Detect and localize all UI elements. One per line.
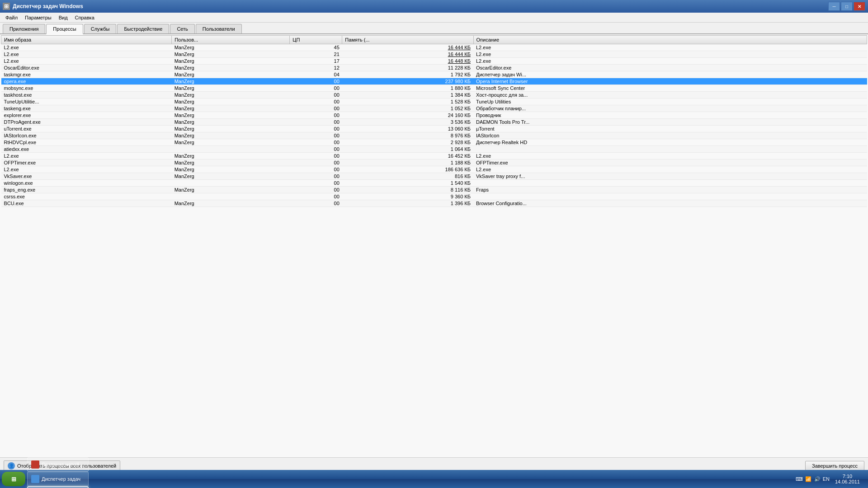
- cell-cpu: 00: [290, 166, 342, 173]
- taskbar-btn-icon-1: [31, 475, 39, 483]
- cell-user: [172, 180, 290, 187]
- cell-memory: 24 160 КБ: [342, 112, 473, 119]
- tab-службы[interactable]: Службы: [84, 24, 117, 33]
- table-row[interactable]: taskmgr.exeManZerg041 792 КБДиспетчер за…: [1, 71, 867, 78]
- col-header-memory[interactable]: Память (...: [342, 36, 473, 44]
- col-header-desc[interactable]: Описание: [473, 36, 867, 44]
- table-row[interactable]: L2.exeManZerg2116 444 КБL2.exe: [1, 51, 867, 58]
- cell-desc: OFPTimer.exe: [473, 160, 867, 166]
- cell-cpu: 00: [290, 85, 342, 92]
- cell-memory: 186 636 КБ: [342, 166, 473, 173]
- table-row[interactable]: winlogon.exe001 540 КБ: [1, 180, 867, 187]
- cell-desc: IAStorIcon: [473, 132, 867, 139]
- main-content: Имя образа Пользов... ЦП Память (... Опи…: [0, 34, 868, 457]
- taskbar-clock: 7:10 14.06.2011: [835, 474, 860, 484]
- table-row[interactable]: RtHDVCpl.exeManZerg002 928 КБДиспетчер R…: [1, 139, 867, 146]
- table-row[interactable]: csrss.exe009 360 КБ: [1, 193, 867, 200]
- table-row[interactable]: taskeng.exeManZerg001 052 КБОбработчик п…: [1, 105, 867, 112]
- cell-memory: 1 384 КБ: [342, 92, 473, 99]
- cell-name: L2.exe: [1, 51, 172, 58]
- cell-user: ManZerg: [172, 187, 290, 193]
- cell-cpu: 21: [290, 51, 342, 58]
- cell-desc: Диспетчер Realtek HD: [473, 139, 867, 146]
- table-row[interactable]: OscarEditor.exeManZerg1211 228 КБOscarEd…: [1, 65, 867, 71]
- cell-name: taskeng.exe: [1, 105, 172, 112]
- table-row[interactable]: L2.exeManZerg4516 444 КБL2.exe: [1, 44, 867, 51]
- cell-cpu: 00: [290, 105, 342, 112]
- table-row[interactable]: OFPTimer.exeManZerg001 188 КБOFPTimer.ex…: [1, 160, 867, 166]
- menu-item-параметры[interactable]: Параметры: [21, 14, 55, 21]
- cell-name: winlogon.exe: [1, 180, 172, 187]
- tab-bar: ПриложенияПроцессыСлужбыБыстродействиеСе…: [0, 23, 868, 34]
- col-header-name[interactable]: Имя образа: [1, 36, 172, 44]
- cell-cpu: 00: [290, 132, 342, 139]
- taskbar-button-0[interactable]: Создание новой ...: [27, 457, 89, 472]
- cell-user: ManZerg: [172, 112, 290, 119]
- table-row[interactable]: L2.exeManZerg00186 636 КБL2.exe: [1, 166, 867, 173]
- col-header-cpu[interactable]: ЦП: [290, 36, 342, 44]
- cell-desc: Проводник: [473, 112, 867, 119]
- tab-быстродействие[interactable]: Быстродействие: [117, 24, 169, 33]
- minimize-button[interactable]: ─: [828, 2, 840, 11]
- cell-user: ManZerg: [172, 99, 290, 105]
- cell-name: IAStorIcon.exe: [1, 132, 172, 139]
- cell-user: ManZerg: [172, 51, 290, 58]
- cell-desc: Fraps: [473, 187, 867, 193]
- table-row[interactable]: IAStorIcon.exeManZerg008 976 КБIAStorIco…: [1, 132, 867, 139]
- cell-name: L2.exe: [1, 153, 172, 160]
- tab-процессы[interactable]: Процессы: [46, 24, 83, 34]
- cell-user: ManZerg: [172, 139, 290, 146]
- table-row[interactable]: DTProAgent.exeManZerg003 536 КБDAEMON To…: [1, 119, 867, 126]
- table-row[interactable]: TuneUpUtilitie...ManZerg001 528 КБTuneUp…: [1, 99, 867, 105]
- close-button[interactable]: ✕: [854, 2, 865, 11]
- cell-memory: 1 188 КБ: [342, 160, 473, 166]
- cell-name: TuneUpUtilitie...: [1, 99, 172, 105]
- process-table-body: L2.exeManZerg4516 444 КБL2.exeL2.exeManZ…: [1, 44, 867, 207]
- cell-memory: 8 116 КБ: [342, 187, 473, 193]
- menu-item-справка[interactable]: Справка: [71, 14, 98, 21]
- cell-memory: 1 528 КБ: [342, 99, 473, 105]
- cell-cpu: 00: [290, 200, 342, 207]
- cell-cpu: 45: [290, 44, 342, 51]
- cell-memory: 3 536 КБ: [342, 119, 473, 126]
- start-button[interactable]: ⊞: [2, 472, 25, 486]
- table-row[interactable]: L2.exeManZerg1716 448 КБL2.exe: [1, 58, 867, 65]
- cell-name: VkSaver.exe: [1, 173, 172, 180]
- cell-cpu: 00: [290, 146, 342, 153]
- end-process-button[interactable]: Завершить процесс: [805, 461, 864, 471]
- col-header-user[interactable]: Пользов...: [172, 36, 290, 44]
- tab-сеть[interactable]: Сеть: [170, 24, 194, 33]
- cell-user: ManZerg: [172, 71, 290, 78]
- tab-пользователи[interactable]: Пользователи: [196, 24, 242, 33]
- cell-user: ManZerg: [172, 85, 290, 92]
- table-row[interactable]: VkSaver.exeManZerg00816 КБVkSaver tray p…: [1, 173, 867, 180]
- cell-name: csrss.exe: [1, 193, 172, 200]
- cell-desc: Opera Internet Browser: [473, 78, 867, 85]
- table-row[interactable]: mobsync.exeManZerg001 880 КБMicrosoft Sy…: [1, 85, 867, 92]
- cell-name: L2.exe: [1, 58, 172, 65]
- table-row[interactable]: fraps_eng.exeManZerg008 116 КБFraps: [1, 187, 867, 193]
- cell-memory: 237 980 КБ: [342, 78, 473, 85]
- menu-item-файл[interactable]: Файл: [2, 14, 21, 21]
- cell-desc: L2.exe: [473, 166, 867, 173]
- table-row[interactable]: taskhost.exeManZerg001 384 КБХост-процес…: [1, 92, 867, 99]
- table-row[interactable]: L2.exeManZerg0016 452 КБL2.exe: [1, 153, 867, 160]
- table-row[interactable]: explorer.exeManZerg0024 160 КБПроводник: [1, 112, 867, 119]
- cell-user: ManZerg: [172, 153, 290, 160]
- menu-item-вид[interactable]: Вид: [55, 14, 71, 21]
- cell-desc: Диспетчер задач Wi...: [473, 71, 867, 78]
- cell-desc: OscarEditor.exe: [473, 65, 867, 71]
- tab-приложения[interactable]: Приложения: [3, 24, 45, 33]
- table-row[interactable]: BCU.exeManZerg001 396 КБBrowser Configur…: [1, 200, 867, 207]
- maximize-button[interactable]: □: [841, 2, 853, 11]
- cell-name: atiedxx.exe: [1, 146, 172, 153]
- process-table-container: Имя образа Пользов... ЦП Память (... Опи…: [0, 34, 868, 457]
- table-row[interactable]: atiedxx.exe001 064 КБ: [1, 146, 867, 153]
- taskbar-button-1[interactable]: Диспетчер задач: [27, 472, 89, 486]
- table-row[interactable]: uTorrent.exeManZerg0013 060 КБµTorrent: [1, 126, 867, 132]
- taskbar-button-2[interactable]: Asterios: [27, 486, 89, 488]
- taskbar-buttons: Создание новой ...Диспетчер задачAsterio…: [27, 457, 90, 488]
- table-row[interactable]: opera.exeManZerg00237 980 КБOpera Intern…: [1, 78, 867, 85]
- cell-cpu: 00: [290, 180, 342, 187]
- cell-cpu: 00: [290, 139, 342, 146]
